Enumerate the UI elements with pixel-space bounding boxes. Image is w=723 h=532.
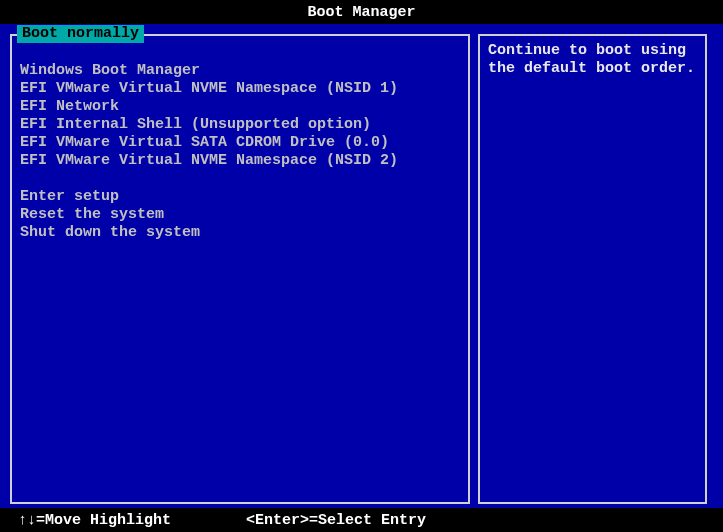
selected-entry-highlight[interactable]: Boot normally: [17, 25, 144, 43]
boot-entry[interactable]: EFI Network: [20, 98, 460, 116]
title-bar: Boot Manager: [0, 0, 723, 24]
selected-entry-label: Boot normally: [22, 25, 139, 42]
help-move-highlight: ↑↓=Move Highlight: [18, 512, 171, 529]
app-title: Boot Manager: [307, 4, 415, 21]
boot-entry[interactable]: EFI VMware Virtual NVME Namespace (NSID …: [20, 152, 460, 170]
description-text-line: Continue to boot using: [488, 42, 697, 60]
system-entry-shutdown[interactable]: Shut down the system: [20, 224, 460, 242]
menu-content: Windows Boot Manager EFI VMware Virtual …: [12, 36, 468, 250]
main-area: Boot normally Windows Boot Manager EFI V…: [0, 24, 723, 508]
boot-entry[interactable]: Windows Boot Manager: [20, 62, 460, 80]
menu-spacer: [20, 170, 460, 188]
description-panel: Continue to boot using the default boot …: [478, 34, 707, 504]
system-entry-reset[interactable]: Reset the system: [20, 206, 460, 224]
boot-entry[interactable]: EFI Internal Shell (Unsupported option): [20, 116, 460, 134]
boot-entry[interactable]: EFI VMware Virtual SATA CDROM Drive (0.0…: [20, 134, 460, 152]
boot-entry[interactable]: EFI VMware Virtual NVME Namespace (NSID …: [20, 80, 460, 98]
boot-menu-panel: Boot normally Windows Boot Manager EFI V…: [10, 34, 470, 504]
help-bar: ↑↓=Move Highlight <Enter>=Select Entry: [0, 508, 723, 529]
help-select-entry: <Enter>=Select Entry: [246, 512, 426, 529]
description-text-line: the default boot order.: [488, 60, 697, 78]
system-entry-setup[interactable]: Enter setup: [20, 188, 460, 206]
